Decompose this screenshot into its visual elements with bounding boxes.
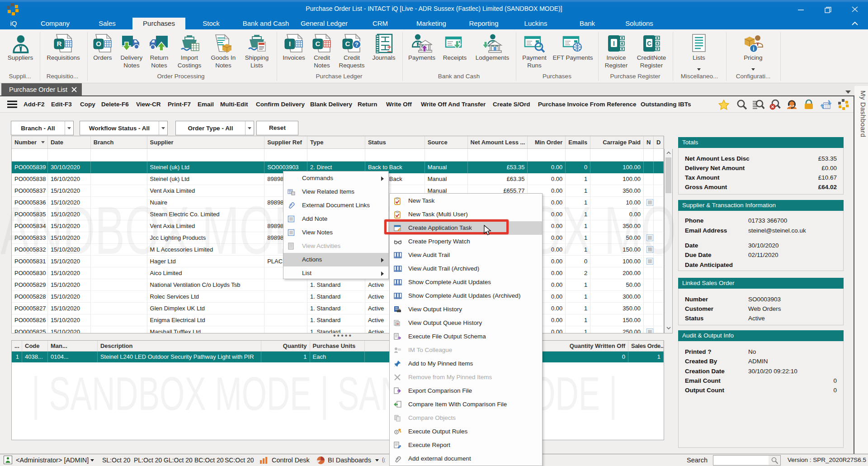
svg-text:I: I	[289, 40, 291, 48]
svg-text:C: C	[345, 40, 350, 48]
svg-text:?: ?	[355, 41, 359, 48]
svg-text:R: R	[57, 40, 62, 48]
svg-text:i: i	[753, 46, 754, 52]
svg-text:C: C	[647, 40, 651, 47]
svg-text:O: O	[96, 40, 101, 48]
svg-text:C: C	[316, 40, 321, 48]
svg-text:I: I	[613, 40, 615, 47]
